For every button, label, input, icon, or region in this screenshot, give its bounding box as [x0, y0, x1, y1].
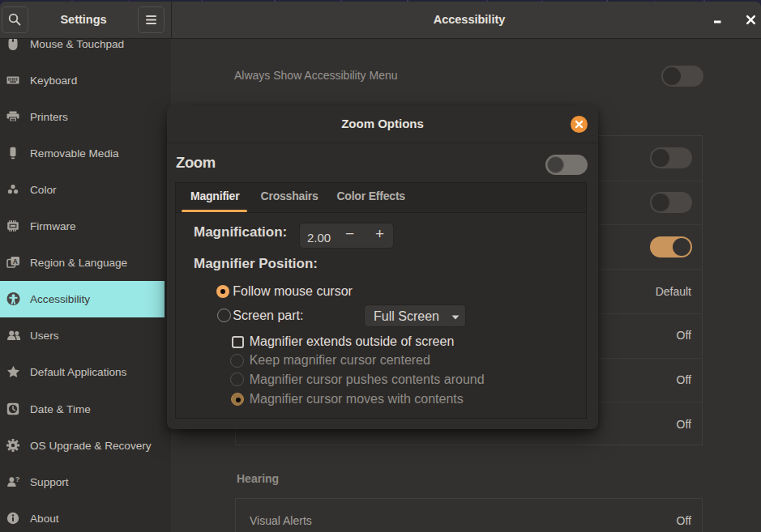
svg-text:A: A — [13, 257, 18, 266]
svg-text:?: ? — [15, 475, 20, 483]
